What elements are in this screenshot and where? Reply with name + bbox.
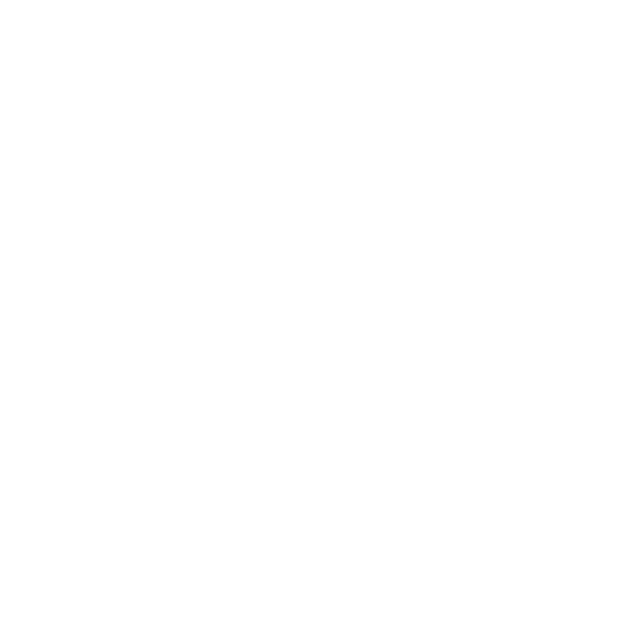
chart-svg [16,23,628,628]
plot-area [16,23,628,628]
chart-container [0,0,644,644]
